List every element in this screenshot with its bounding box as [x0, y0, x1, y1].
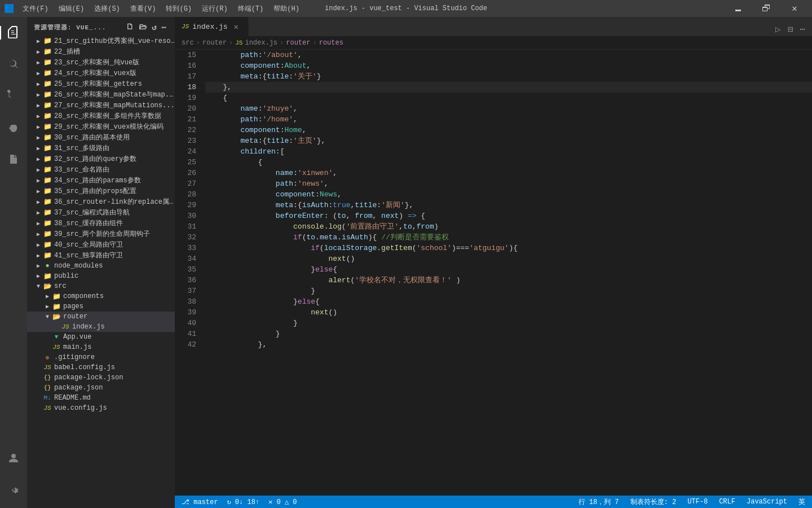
sidebar-item-index-js[interactable]: ▶ JS index.js	[27, 322, 175, 332]
sidebar-item-node-modules[interactable]: ▶ ● node_modules	[27, 261, 175, 271]
sidebar-item-public[interactable]: ▶ 📁 public	[27, 271, 175, 281]
source-control-activity-icon[interactable]	[0, 82, 27, 110]
sidebar-item-37[interactable]: ▶ 📁 37_src_编程式路由导航	[27, 207, 175, 218]
code-line-26: name:'xinwen',	[205, 168, 812, 178]
sidebar-item-vueconfig[interactable]: ▶ JS vue.config.js	[27, 403, 175, 413]
sidebar-item-40[interactable]: ▶ 📁 40_src_全局路由守卫	[27, 239, 175, 250]
menu-help[interactable]: 帮助(H)	[269, 3, 304, 15]
sidebar-item-pkg[interactable]: ▶ {} package.json	[27, 383, 175, 393]
breadcrumb-router[interactable]: router	[202, 39, 227, 47]
sidebar-item-36[interactable]: ▶ 📁 36_src_router-link的replace属性	[27, 196, 175, 207]
explorer-activity-icon[interactable]	[0, 19, 27, 46]
line-num-28: 28	[186, 189, 196, 200]
breadcrumb-router-sym[interactable]: router	[286, 39, 310, 47]
breadcrumb-routes[interactable]: routes	[319, 39, 343, 47]
sidebar-item-33[interactable]: ▶ 📁 33_src_命名路由	[27, 164, 175, 175]
refresh-icon[interactable]: ↺	[151, 21, 158, 33]
run-button[interactable]: ▷	[773, 23, 783, 36]
code-line-32: if(to.meta.isAuth){ //判断是否需要鉴权	[205, 232, 812, 243]
split-editor-button[interactable]: ⊟	[785, 23, 796, 36]
sidebar-item-26[interactable]: ▶ 📁 26_src_求和案例_mapState与map...	[27, 89, 175, 100]
new-folder-icon[interactable]: 🗁	[138, 21, 148, 33]
window-controls[interactable]: 🗕 🗗 ✕	[725, 0, 807, 17]
breadcrumb-file[interactable]: index.js	[245, 39, 277, 47]
sidebar-item-components[interactable]: ▶ 📁 components	[27, 291, 175, 301]
menu-file[interactable]: 文件(F)	[18, 3, 53, 15]
menu-run[interactable]: 运行(R)	[197, 3, 232, 15]
more-actions-button[interactable]: ⋯	[797, 23, 807, 36]
sidebar-item-babel[interactable]: ▶ JS babel.config.js	[27, 362, 175, 373]
feedback-status[interactable]: 英	[796, 497, 807, 507]
language-status[interactable]: JavaScript	[744, 498, 789, 506]
sidebar-item-34[interactable]: ▶ 📁 34_src_路由的params参数	[27, 175, 175, 186]
menu-goto[interactable]: 转到(G)	[161, 3, 196, 15]
settings-activity-icon[interactable]	[0, 476, 27, 503]
item-label: 21_src_github优秀案例_vue-reso...	[54, 36, 175, 46]
sidebar-header-icons[interactable]: 🗋 🗁 ↺ ⋯	[125, 21, 168, 33]
sidebar-item-router[interactable]: ▼ 📂 router	[27, 312, 175, 322]
code-editor[interactable]: path:'/about', component:About, meta:{ti…	[203, 50, 812, 496]
debug-activity-icon[interactable]	[0, 114, 27, 141]
sidebar-item-32[interactable]: ▶ 📁 32_src_路由的query参数	[27, 154, 175, 164]
git-branch-status[interactable]: ⎇ master	[179, 498, 220, 506]
breadcrumb-src[interactable]: src	[182, 39, 194, 47]
cursor-position[interactable]: 行 18，列 7	[576, 497, 621, 507]
close-button[interactable]: ✕	[782, 0, 807, 17]
git-file-icon: ⊛	[43, 353, 52, 362]
sidebar-item-23[interactable]: ▶ 📁 23_src_求和案例_纯vue版	[27, 57, 175, 68]
sync-status[interactable]: ↻ 0↓ 18↑	[224, 498, 262, 506]
arrow-icon: ▶	[34, 59, 43, 66]
menu-edit[interactable]: 编辑(E)	[54, 3, 89, 15]
line-num-34: 34	[186, 253, 196, 264]
minimize-button[interactable]: 🗕	[725, 0, 751, 17]
folder-icon: 📁	[43, 165, 52, 174]
line-num-26: 26	[186, 168, 196, 178]
sidebar-item-24[interactable]: ▶ 📁 24_src_求和案例_vuex版	[27, 68, 175, 78]
line-num-42: 42	[186, 339, 196, 350]
sidebar-item-29[interactable]: ▶ 📁 29_src_求和案例_vuex模块化编码	[27, 121, 175, 132]
sidebar-item-28[interactable]: ▶ 📁 28_src_求和案例_多组件共享数据	[27, 111, 175, 121]
sidebar-item-readme[interactable]: ▶ M↓ README.md	[27, 393, 175, 403]
account-activity-icon[interactable]	[0, 445, 27, 472]
new-file-icon[interactable]: 🗋	[125, 21, 135, 33]
line-ending-status[interactable]: CRLF	[717, 498, 738, 506]
sidebar-item-pkg-lock[interactable]: ▶ {} package-lock.json	[27, 373, 175, 383]
code-line-22: component:Home,	[205, 125, 812, 135]
sidebar-item-app-vue[interactable]: ▶ ▼ App.vue	[27, 332, 175, 342]
sidebar-item-21[interactable]: ▶ 📁 21_src_github优秀案例_vue-reso...	[27, 36, 175, 46]
sidebar-item-22[interactable]: ▶ 📁 22_插槽	[27, 46, 175, 57]
extensions-activity-icon[interactable]	[0, 146, 27, 173]
js-file-icon: JS	[52, 343, 61, 352]
sidebar-item-38[interactable]: ▶ 📁 38_src_缓存路由组件	[27, 218, 175, 229]
menu-bar[interactable]: 文件(F) 编辑(E) 选择(S) 查看(V) 转到(G) 运行(R) 终端(T…	[18, 3, 304, 15]
tab-size-status[interactable]: 制表符长度: 2	[628, 497, 679, 507]
sidebar-item-31[interactable]: ▶ 📁 31_src_多级路由	[27, 143, 175, 154]
sidebar-item-30[interactable]: ▶ 📁 30_src_路由的基本使用	[27, 132, 175, 143]
sidebar-item-src[interactable]: ▼ 📂 src	[27, 281, 175, 291]
folder-icon: 📁	[52, 292, 61, 301]
sidebar-item-pages[interactable]: ▶ 📁 pages	[27, 301, 175, 312]
menu-terminal[interactable]: 终端(T)	[233, 3, 268, 15]
sidebar-item-main-js[interactable]: ▶ JS main.js	[27, 342, 175, 352]
tab-close-button[interactable]: ✕	[231, 21, 241, 32]
sidebar-item-35[interactable]: ▶ 📁 35_src_路由的props配置	[27, 186, 175, 196]
menu-view[interactable]: 查看(V)	[126, 3, 161, 15]
folder-open-icon: 📂	[52, 312, 61, 321]
folder-icon: 📁	[43, 271, 52, 281]
sidebar-item-gitignore[interactable]: ▶ ⊛ .gitignore	[27, 352, 175, 362]
collapse-all-icon[interactable]: ⋯	[161, 21, 168, 33]
arrow-icon: ▶	[34, 134, 43, 141]
code-line-37: }	[205, 286, 812, 296]
encoding-status[interactable]: UTF-8	[685, 498, 710, 506]
search-activity-icon[interactable]	[0, 51, 27, 78]
js-file-icon: JS	[43, 363, 52, 372]
sidebar-item-25[interactable]: ▶ 📁 25_src_求和案例_getters	[27, 78, 175, 89]
sidebar-item-39[interactable]: ▶ 📁 39_src_两个新的生命周期钩子	[27, 229, 175, 239]
item-label: .gitignore	[54, 353, 95, 361]
maximize-button[interactable]: 🗗	[753, 0, 779, 17]
sidebar-item-41[interactable]: ▶ 📁 41_src_独享路由守卫	[27, 250, 175, 261]
tab-index-js[interactable]: JS index.js ✕	[175, 17, 249, 36]
errors-status[interactable]: ✕ 0 △ 0	[266, 498, 299, 506]
sidebar-item-27[interactable]: ▶ 📁 27_src_求和案例_mapMutations...	[27, 100, 175, 111]
menu-select[interactable]: 选择(S)	[90, 3, 125, 15]
